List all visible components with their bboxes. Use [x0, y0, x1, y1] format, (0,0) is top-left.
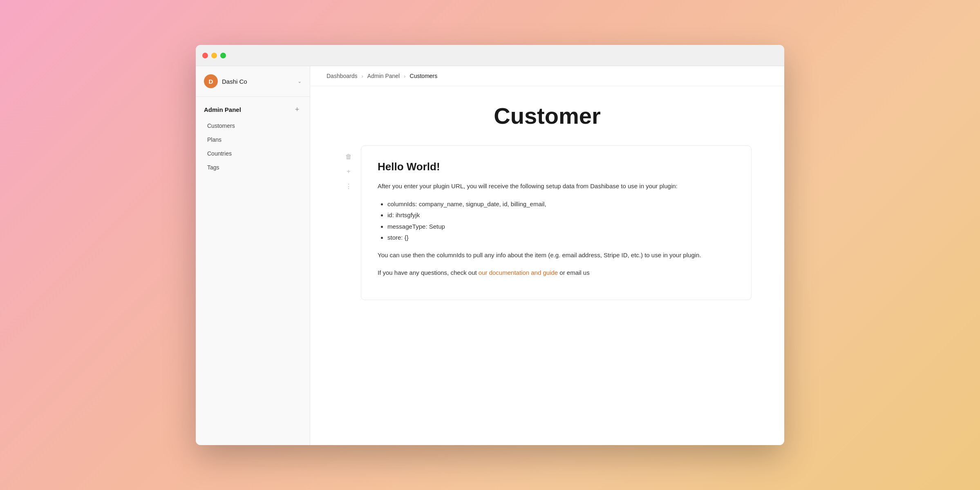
sidebar-add-button[interactable]: + [293, 105, 302, 114]
card-actions: 🗑 + ⋮ [343, 145, 354, 192]
sidebar-item-countries[interactable]: Countries [199, 147, 307, 160]
content-area: Dashboards › Admin Panel › Customers Cus… [310, 66, 784, 445]
card-paragraph-2: You can use then the columnIds to pull a… [378, 250, 735, 261]
paragraph-3-suffix: or email us [558, 269, 590, 276]
breadcrumb-separator-1: › [362, 73, 363, 79]
sidebar-item-plans[interactable]: Plans [199, 133, 307, 147]
minimize-button[interactable] [211, 53, 217, 58]
breadcrumb-separator-2: › [404, 73, 405, 79]
content-card-wrapper: 🗑 + ⋮ Hello World! After you enter your … [343, 145, 752, 300]
sidebar-item-tags[interactable]: Tags [199, 160, 307, 174]
sidebar: D Dashi Co ⌄ Admin Panel + Customers Pla… [196, 66, 310, 445]
card-paragraph-1: After you enter your plugin URL, you wil… [378, 181, 735, 192]
sidebar-section-header: Admin Panel + [196, 105, 310, 119]
workspace-name: Dashi Co [222, 78, 247, 85]
page-title: Customer [343, 102, 752, 129]
maximize-button[interactable] [220, 53, 226, 58]
documentation-link[interactable]: our documentation and guide [479, 269, 558, 276]
workspace-info[interactable]: D Dashi Co [204, 74, 247, 88]
avatar: D [204, 74, 218, 88]
close-button[interactable] [202, 53, 208, 58]
sidebar-item-customers[interactable]: Customers [199, 119, 307, 133]
list-item: id: ihrtsgfyjk [387, 210, 735, 220]
card-list: columnIds: company_name, signup_date, id… [378, 199, 735, 243]
card-heading: Hello World! [378, 160, 735, 173]
titlebar [196, 45, 784, 66]
paragraph-3-prefix: If you have any questions, check out [378, 269, 479, 276]
breadcrumb-customers[interactable]: Customers [410, 73, 438, 79]
sidebar-section-title: Admin Panel [204, 106, 241, 113]
breadcrumb: Dashboards › Admin Panel › Customers [310, 66, 784, 86]
page-content: Customer 🗑 + ⋮ Hello World! After you en… [310, 86, 784, 445]
drag-block-button[interactable]: ⋮ [343, 180, 354, 192]
sidebar-section: Admin Panel + Customers Plans Countries … [196, 97, 310, 183]
traffic-lights [202, 53, 226, 58]
breadcrumb-dashboards[interactable]: Dashboards [327, 73, 358, 79]
list-item: messageType: Setup [387, 221, 735, 232]
card-paragraph-3: If you have any questions, check out our… [378, 268, 735, 278]
delete-block-button[interactable]: 🗑 [343, 151, 354, 163]
workspace-dropdown-icon[interactable]: ⌄ [298, 78, 302, 84]
sidebar-header: D Dashi Co ⌄ [196, 66, 310, 97]
breadcrumb-admin-panel[interactable]: Admin Panel [367, 73, 400, 79]
add-block-button[interactable]: + [343, 166, 354, 177]
main-layout: D Dashi Co ⌄ Admin Panel + Customers Pla… [196, 66, 784, 445]
list-item: columnIds: company_name, signup_date, id… [387, 199, 735, 209]
list-item: store: {} [387, 232, 735, 243]
app-window: D Dashi Co ⌄ Admin Panel + Customers Pla… [196, 45, 784, 445]
content-card: Hello World! After you enter your plugin… [361, 145, 752, 300]
